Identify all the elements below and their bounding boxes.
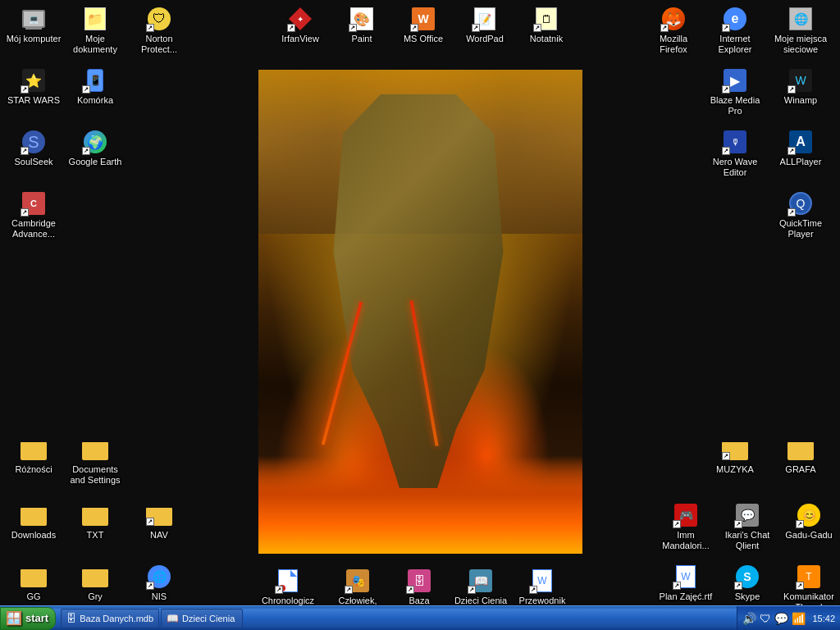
icon-label-komorka: Komórka — [77, 95, 113, 106]
icon-label-ms-office: MS Office — [404, 34, 443, 44]
icon-label-allplayer: ALLPlayer — [780, 157, 822, 167]
icon-label-star-wars: STAR WARS — [7, 95, 60, 106]
icon-komorka[interactable]: 📱 ↗ Komórka — [66, 66, 125, 107]
icon-label-moj-komputer: Mój komputer — [7, 34, 62, 44]
icon-label-documents-settings: Documents and Settings — [67, 464, 123, 486]
taskbar-label-baza: Baza Danych.mdb — [80, 614, 153, 623]
icon-plan-zajec[interactable]: W ↗ Plan Zajęć.rtf — [656, 562, 715, 604]
icon-gry[interactable]: Gry — [66, 562, 125, 604]
icon-label-skype: Skype — [735, 591, 760, 602]
icon-ms-office[interactable]: W ↗ MS Office — [394, 4, 453, 46]
icon-gadu-gadu[interactable]: 😊 ↗ Gadu-Gadu — [779, 500, 838, 542]
icon-internet-explorer[interactable]: e ↗ Internet Explorer — [705, 4, 765, 57]
icon-soulseek[interactable]: S ↗ SoulSeek — [4, 127, 63, 169]
icon-star-wars[interactable]: ⭐ ↗ STAR WARS — [4, 66, 63, 107]
tray-icon-chat[interactable]: 💬 — [774, 612, 788, 625]
icon-label-norton: Norton Protect... — [131, 34, 187, 55]
start-label: start — [25, 612, 48, 624]
tray-icon-antivirus[interactable]: 🛡 — [760, 612, 771, 625]
icon-label-muzyka: MUZYKA — [716, 464, 754, 475]
icon-ikaris-chat[interactable]: 💬 ↗ Ikari's Chat Qlient — [718, 500, 777, 553]
icon-label-nis: NIS — [152, 591, 167, 602]
taskbar-item-baza[interactable]: 🗄 Baza Danych.mdb — [61, 609, 159, 628]
system-tray: 🔊 🛡 💬 📶 15:42 — [737, 606, 840, 630]
tray-icon-network[interactable]: 📶 — [792, 612, 806, 625]
icon-label-soulseek: SoulSeek — [14, 157, 52, 167]
icon-moje-miejsca[interactable]: 🌐 Moje miejsca sieciowe — [771, 4, 830, 57]
icon-blaze-media[interactable]: ▶ ↗ Blaze Media Pro — [705, 66, 765, 118]
icon-label-ikaris-chat: Ikari's Chat Qlient — [719, 530, 775, 551]
icon-label-moje-miejsca: Moje miejsca sieciowe — [773, 34, 829, 55]
icon-label-gadu-gadu: Gadu-Gadu — [785, 530, 832, 541]
icon-label-mozilla-firefox: Mozilla Firefox — [646, 34, 701, 55]
icon-label-quicktime: QuickTime Player — [773, 218, 829, 240]
icon-quicktime[interactable]: Q ↗ QuickTime Player — [771, 189, 830, 241]
icon-label-nav: NAV — [150, 530, 168, 541]
tray-time: 15:42 — [812, 614, 835, 623]
icon-norton[interactable]: 🛡 ↗ Norton Protect... — [130, 4, 189, 57]
taskbar-label-dzieci: Dzieci Cienia — [182, 614, 235, 623]
icon-grafa[interactable]: GRAFA — [771, 435, 830, 477]
icon-imm-mandalori[interactable]: 🎮 ↗ Imm Mandalori... — [656, 500, 715, 553]
icon-label-txt: TXT — [87, 530, 104, 541]
icon-label-notatnik: Notatnik — [530, 34, 563, 44]
icon-google-earth[interactable]: 🌍 ↗ Google Earth — [66, 127, 125, 169]
taskbar-item-dzieci[interactable]: 📖 Dzieci Cienia — [161, 609, 243, 628]
desktop: 💻 Mój komputer 📁 Moje dokumenty 🛡 ↗ Nort… — [0, 0, 840, 630]
icon-label-gg: GG — [26, 591, 40, 602]
tray-icon-sound[interactable]: 🔊 — [742, 612, 756, 625]
icon-irfanview[interactable]: ✦ ↗ IrfanView — [271, 4, 330, 46]
icon-moj-komputer[interactable]: 💻 Mój komputer — [4, 4, 63, 46]
icon-label-winamp: Winamp — [784, 95, 817, 106]
icon-label-nero-wave: Nero Wave Editor — [707, 157, 763, 178]
windows-logo: 🪟 — [6, 610, 22, 626]
taskbar-icon-baza: 🗄 — [66, 613, 76, 624]
icon-label-google-earth: Google Earth — [69, 157, 122, 167]
icon-label-gry: Gry — [88, 591, 103, 602]
icon-moje-dokumenty[interactable]: 📁 Moje dokumenty — [66, 4, 125, 57]
icon-label-irfanview: IrfanView — [281, 34, 319, 44]
icon-gg[interactable]: GG — [4, 562, 63, 604]
icon-label-internet-explorer: Internet Explorer — [707, 34, 763, 55]
icon-allplayer[interactable]: A ↗ ALLPlayer — [771, 127, 830, 169]
icon-skype[interactable]: S ↗ Skype — [718, 562, 777, 604]
taskbar: 🪟 start 🗄 Baza Danych.mdb 📖 Dzieci Cieni… — [0, 605, 840, 630]
taskbar-icon-dzieci: 📖 — [167, 613, 179, 624]
icon-nero-wave[interactable]: 🎙 ↗ Nero Wave Editor — [705, 127, 765, 180]
icon-notatnik[interactable]: 🗒 ↗ Notatnik — [517, 4, 576, 46]
icon-label-paint: Paint — [351, 34, 372, 44]
icon-label-downloads: Downloads — [11, 530, 56, 541]
start-button[interactable]: 🪟 start — [0, 607, 56, 630]
icon-label-grafa: GRAFA — [785, 464, 815, 475]
icon-nis[interactable]: 🌐 ↗ NIS — [130, 562, 189, 604]
icon-label-plan-zajec: Plan Zajęć.rtf — [660, 591, 713, 602]
icon-label-roznosci: Różności — [15, 464, 52, 475]
icon-label-wordpad: WordPad — [466, 34, 504, 44]
icon-wordpad[interactable]: 📝 ↗ WordPad — [455, 4, 514, 46]
icon-label-blaze-media: Blaze Media Pro — [707, 95, 763, 116]
icon-paint[interactable]: 🎨 ↗ Paint — [332, 4, 391, 46]
icon-downloads[interactable]: Downloads — [4, 500, 63, 542]
icon-roznosci[interactable]: Różności — [4, 435, 63, 477]
icon-label-imm-mandalori: Imm Mandalori... — [658, 530, 714, 551]
icon-mozilla-firefox[interactable]: 🦊 ↗ Mozilla Firefox — [644, 4, 703, 57]
icon-label-moje-dokumenty: Moje dokumenty — [67, 34, 123, 55]
icon-cambridge[interactable]: C ↗ Cambridge Advance... — [4, 189, 63, 241]
icon-nav[interactable]: ↗ NAV — [130, 500, 189, 542]
icon-txt[interactable]: TXT — [66, 500, 125, 542]
icon-winamp[interactable]: W ↗ Winamp — [771, 66, 830, 107]
icon-documents-settings[interactable]: Documents and Settings — [66, 435, 125, 487]
icon-muzyka[interactable]: ↗ MUZYKA — [705, 435, 765, 477]
icon-dzieci-cienia[interactable]: 📖 ↗ Dzieci Cienia — [451, 566, 510, 608]
icon-label-cambridge: Cambridge Advance... — [6, 218, 62, 240]
taskbar-items: 🗄 Baza Danych.mdb 📖 Dzieci Cienia — [61, 606, 737, 630]
